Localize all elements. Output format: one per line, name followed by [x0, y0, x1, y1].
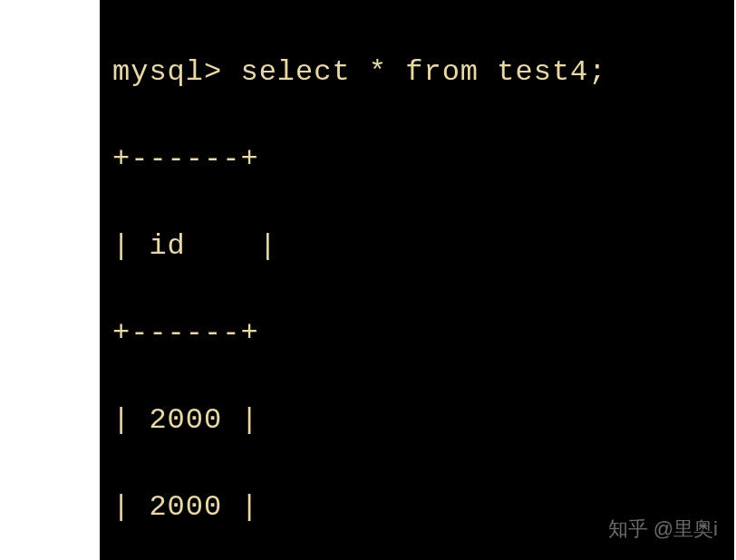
table-border-mid: +------+	[112, 312, 734, 355]
command-line: mysql> select * from test4;	[112, 51, 734, 94]
watermark: 知乎 @里奥i	[608, 514, 718, 544]
mysql-terminal[interactable]: mysql> select * from test4; +------+ | i…	[100, 0, 734, 560]
table-border-top: +------+	[112, 138, 734, 181]
table-row: | 2000 |	[112, 399, 734, 442]
table-header-row: | id |	[112, 225, 734, 268]
cell-value: 2000	[149, 490, 222, 524]
cell-value: 2000	[149, 403, 222, 437]
sql-command: select * from test4;	[240, 55, 606, 89]
prompt: mysql>	[112, 55, 222, 89]
column-header: id	[149, 229, 185, 263]
